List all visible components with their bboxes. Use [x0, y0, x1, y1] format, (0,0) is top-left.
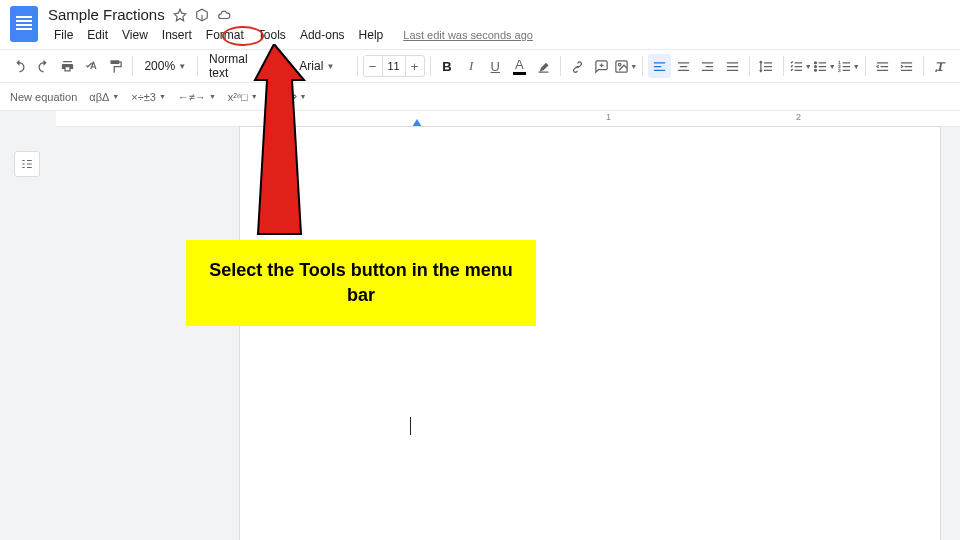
align-right-button[interactable] — [696, 54, 719, 78]
text-cursor — [410, 417, 411, 435]
menu-format[interactable]: Format — [200, 25, 250, 45]
align-justify-button[interactable] — [720, 54, 743, 78]
underline-button[interactable]: U — [484, 54, 507, 78]
spellcheck-button[interactable] — [80, 54, 103, 78]
svg-text:3: 3 — [838, 67, 841, 72]
new-equation-button[interactable]: New equation — [10, 91, 77, 103]
star-icon[interactable] — [173, 8, 187, 22]
text-color-button[interactable]: A — [508, 54, 531, 78]
menu-tools[interactable]: Tools — [252, 25, 292, 45]
move-icon[interactable] — [195, 8, 209, 22]
checklist-button[interactable]: ▼ — [789, 54, 812, 78]
bulleted-list-button[interactable]: ▼ — [813, 54, 836, 78]
outline-toggle-button[interactable] — [14, 151, 40, 177]
eq-greek-dropdown[interactable]: αβΔ▼ — [89, 91, 119, 103]
font-size-decrease[interactable]: − — [364, 59, 382, 74]
doc-title[interactable]: Sample Fractions — [48, 6, 165, 23]
eq-ops-dropdown[interactable]: ×÷±3▼ — [131, 91, 166, 103]
last-edit-link[interactable]: Last edit was seconds ago — [403, 29, 533, 41]
menu-view[interactable]: View — [116, 25, 154, 45]
ruler-tick-2: 2 — [796, 112, 801, 122]
document-page[interactable] — [240, 127, 940, 540]
svg-point-4 — [814, 69, 816, 71]
clear-formatting-button[interactable] — [929, 54, 952, 78]
font-dropdown[interactable]: Arial▼ — [293, 54, 351, 78]
paint-format-button[interactable] — [104, 54, 127, 78]
ruler-tick-1: 1 — [606, 112, 611, 122]
redo-button[interactable] — [32, 54, 55, 78]
align-left-button[interactable] — [648, 54, 671, 78]
docs-logo[interactable] — [10, 6, 38, 42]
highlight-button[interactable] — [532, 54, 555, 78]
font-size-value[interactable]: 11 — [382, 56, 406, 76]
ruler[interactable]: 1 2 3 — [56, 111, 960, 127]
increase-indent-button[interactable] — [895, 54, 918, 78]
menu-insert[interactable]: Insert — [156, 25, 198, 45]
eq-math-dropdown[interactable]: x²ⁿ□▼ — [228, 91, 258, 103]
zoom-dropdown[interactable]: 200%▼ — [138, 54, 192, 78]
menu-file[interactable]: File — [48, 25, 79, 45]
font-size-increase[interactable]: + — [406, 59, 424, 74]
insert-link-button[interactable] — [566, 54, 589, 78]
eq-relations-dropdown[interactable]: ←≠→▼ — [178, 91, 216, 103]
italic-button[interactable]: I — [460, 54, 483, 78]
annotation-callout: Select the Tools button in the menu bar — [186, 240, 536, 326]
add-comment-button[interactable] — [590, 54, 613, 78]
undo-button[interactable] — [8, 54, 31, 78]
menu-help[interactable]: Help — [353, 25, 390, 45]
menu-edit[interactable]: Edit — [81, 25, 114, 45]
numbered-list-button[interactable]: 123▼ — [837, 54, 860, 78]
print-button[interactable] — [56, 54, 79, 78]
line-spacing-button[interactable] — [755, 54, 778, 78]
svg-point-3 — [814, 65, 816, 67]
cloud-status-icon[interactable] — [217, 8, 231, 22]
decrease-indent-button[interactable] — [871, 54, 894, 78]
svg-point-2 — [814, 61, 816, 63]
style-dropdown[interactable]: Normal text▼ — [203, 54, 282, 78]
main-toolbar: 200%▼ Normal text▼ Arial▼ − 11 + B I U A… — [0, 49, 960, 83]
svg-point-1 — [619, 63, 622, 66]
align-center-button[interactable] — [672, 54, 695, 78]
equation-toolbar: New equation αβΔ▼ ×÷±3▼ ←≠→▼ x²ⁿ□▼ ⇐⇔⇒▼ — [0, 83, 960, 111]
insert-image-button[interactable]: ▼ — [614, 54, 637, 78]
eq-arrows-dropdown[interactable]: ⇐⇔⇒▼ — [270, 90, 307, 103]
bold-button[interactable]: B — [435, 54, 458, 78]
menu-addons[interactable]: Add-ons — [294, 25, 351, 45]
